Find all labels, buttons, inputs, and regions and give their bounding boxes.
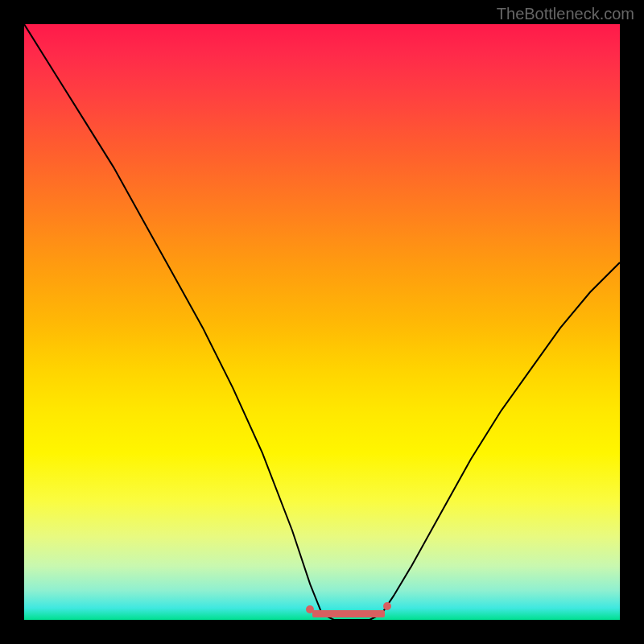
plot-area bbox=[24, 24, 620, 620]
valley-marker-right-dot bbox=[383, 602, 391, 610]
valley-marker-bar bbox=[312, 610, 385, 617]
bottleneck-curve bbox=[24, 24, 620, 620]
watermark-text: TheBottleneck.com bbox=[497, 5, 634, 23]
